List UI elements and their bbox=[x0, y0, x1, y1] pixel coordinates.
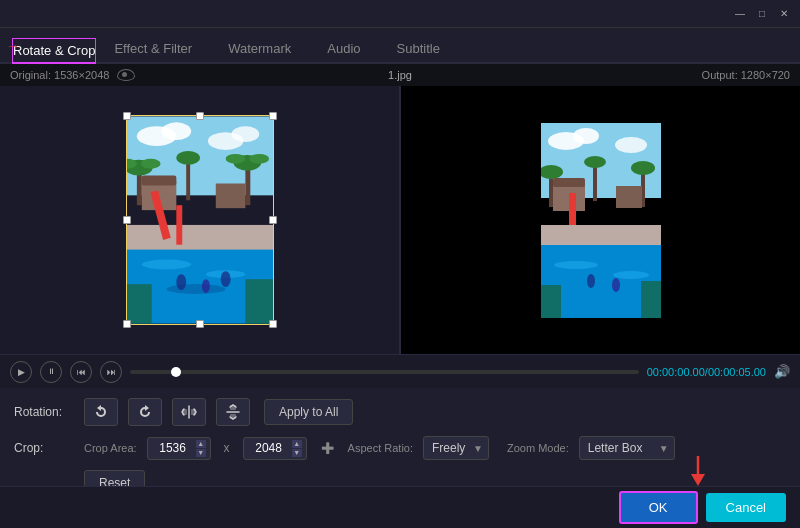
svg-point-48 bbox=[587, 274, 595, 288]
svg-rect-5 bbox=[136, 171, 141, 206]
down-arrow-svg bbox=[688, 456, 708, 486]
cancel-button[interactable]: Cancel bbox=[706, 493, 786, 522]
close-button[interactable]: ✕ bbox=[776, 6, 792, 22]
svg-point-12 bbox=[249, 154, 269, 164]
timeline-scrubber[interactable] bbox=[171, 367, 181, 377]
svg-point-39 bbox=[584, 156, 606, 168]
output-preview-image bbox=[541, 123, 661, 318]
tab-rotate-crop[interactable]: Rotate & Crop bbox=[12, 38, 96, 64]
svg-rect-13 bbox=[186, 161, 190, 200]
svg-rect-51 bbox=[641, 281, 661, 318]
minimize-button[interactable]: — bbox=[732, 6, 748, 22]
svg-rect-54 bbox=[230, 405, 236, 410]
svg-point-46 bbox=[554, 261, 598, 269]
svg-rect-42 bbox=[616, 186, 642, 208]
maximize-button[interactable]: □ bbox=[754, 6, 770, 22]
apply-to-all-button[interactable]: Apply to All bbox=[264, 399, 353, 425]
volume-icon[interactable]: 🔊 bbox=[774, 364, 790, 379]
preview-area: Original: 1536×2048 1.jpg Output: 1280×7… bbox=[0, 64, 800, 354]
svg-point-8 bbox=[140, 159, 160, 169]
time-display: 00:00:00.00/00:00:05.00 bbox=[647, 366, 766, 378]
rotate-left-button[interactable] bbox=[84, 398, 118, 426]
play-button[interactable]: ▶ bbox=[10, 361, 32, 383]
title-bar: — □ ✕ bbox=[0, 0, 800, 28]
svg-point-49 bbox=[612, 278, 620, 292]
ok-arrow-indicator bbox=[688, 456, 708, 486]
svg-point-37 bbox=[631, 161, 655, 175]
svg-point-32 bbox=[573, 128, 599, 144]
skip-forward-button[interactable]: ⏭ bbox=[100, 361, 122, 383]
crop-box[interactable] bbox=[126, 115, 274, 325]
svg-point-11 bbox=[225, 154, 245, 164]
crop-handle-tr[interactable] bbox=[269, 112, 277, 120]
crop-width-input[interactable] bbox=[152, 441, 194, 455]
crop-handle-mr[interactable] bbox=[269, 216, 277, 224]
height-spinners: ▲ ▼ bbox=[292, 440, 302, 457]
add-crop-icon[interactable]: ✚ bbox=[321, 439, 334, 458]
original-resolution: Original: 1536×2048 bbox=[10, 69, 109, 81]
svg-rect-55 bbox=[230, 414, 236, 419]
tab-subtitle[interactable]: Subtitle bbox=[379, 35, 458, 64]
bottom-bar: OK Cancel bbox=[0, 486, 800, 528]
svg-marker-57 bbox=[691, 474, 705, 486]
crop-handle-br[interactable] bbox=[269, 320, 277, 328]
crop-row: Crop: Crop Area: ▲ ▼ x ▲ ▼ ✚ Aspect Rati… bbox=[14, 436, 786, 460]
svg-point-47 bbox=[613, 271, 649, 279]
pause-button[interactable]: ⏸ bbox=[40, 361, 62, 383]
svg-rect-24 bbox=[176, 205, 182, 244]
output-canvas bbox=[401, 86, 800, 354]
crop-handle-ml[interactable] bbox=[123, 216, 131, 224]
svg-rect-38 bbox=[593, 165, 597, 201]
aspect-ratio-dropdown[interactable]: Freely 16:9 4:3 1:1 9:16 bbox=[423, 436, 489, 460]
zoom-mode-dropdown[interactable]: Letter Box Pan & Scan Full bbox=[579, 436, 675, 460]
height-decrement[interactable]: ▼ bbox=[292, 449, 302, 457]
flip-vertical-button[interactable] bbox=[216, 398, 250, 426]
eye-icon[interactable] bbox=[117, 69, 135, 81]
zoom-mode-dropdown-wrap: Letter Box Pan & Scan Full ▼ bbox=[579, 436, 675, 460]
timeline-track[interactable] bbox=[130, 370, 639, 374]
svg-point-33 bbox=[615, 137, 647, 153]
filename-label: 1.jpg bbox=[388, 69, 412, 81]
svg-rect-16 bbox=[141, 176, 176, 186]
ok-button[interactable]: OK bbox=[619, 491, 698, 524]
flip-horizontal-button[interactable] bbox=[172, 398, 206, 426]
crop-handle-tl[interactable] bbox=[123, 112, 131, 120]
svg-point-27 bbox=[220, 271, 230, 287]
svg-rect-53 bbox=[191, 409, 196, 415]
svg-rect-41 bbox=[553, 178, 585, 187]
tab-effect-filter[interactable]: Effect & Filter bbox=[96, 35, 210, 64]
svg-rect-29 bbox=[245, 279, 273, 323]
svg-rect-28 bbox=[127, 284, 152, 323]
skip-back-button[interactable]: ⏮ bbox=[70, 361, 92, 383]
svg-point-4 bbox=[231, 126, 259, 142]
tab-watermark[interactable]: Watermark bbox=[210, 35, 309, 64]
output-resolution: Output: 1280×720 bbox=[702, 69, 790, 81]
playback-bar: ▶ ⏸ ⏮ ⏭ 00:00:00.00/00:00:05.00 🔊 bbox=[0, 354, 800, 388]
svg-point-26 bbox=[201, 279, 209, 293]
crop-width-input-wrap: ▲ ▼ bbox=[147, 437, 211, 460]
crop-handle-bl[interactable] bbox=[123, 320, 131, 328]
output-image-svg bbox=[541, 123, 661, 318]
svg-point-2 bbox=[161, 122, 191, 140]
crop-handle-bm[interactable] bbox=[196, 320, 204, 328]
width-decrement[interactable]: ▼ bbox=[196, 449, 206, 457]
svg-point-14 bbox=[176, 151, 200, 165]
window-controls: — □ ✕ bbox=[732, 6, 792, 22]
rotation-label: Rotation: bbox=[14, 405, 74, 419]
zoom-mode-label: Zoom Mode: bbox=[507, 442, 569, 454]
svg-rect-52 bbox=[182, 409, 187, 415]
rotate-right-button[interactable] bbox=[128, 398, 162, 426]
tab-audio[interactable]: Audio bbox=[309, 35, 378, 64]
width-increment[interactable]: ▲ bbox=[196, 440, 206, 448]
crop-handle-tm[interactable] bbox=[196, 112, 204, 120]
rotation-row: Rotation: Apply to All bbox=[14, 398, 786, 426]
svg-rect-22 bbox=[127, 225, 273, 250]
source-image bbox=[127, 116, 273, 324]
svg-rect-44 bbox=[541, 225, 661, 247]
crop-height-input[interactable] bbox=[248, 441, 290, 455]
crop-height-input-wrap: ▲ ▼ bbox=[243, 437, 307, 460]
svg-rect-17 bbox=[215, 184, 245, 209]
crop-label: Crop: bbox=[14, 441, 74, 455]
aspect-ratio-dropdown-wrap: Freely 16:9 4:3 1:1 9:16 ▼ bbox=[423, 436, 489, 460]
height-increment[interactable]: ▲ bbox=[292, 440, 302, 448]
